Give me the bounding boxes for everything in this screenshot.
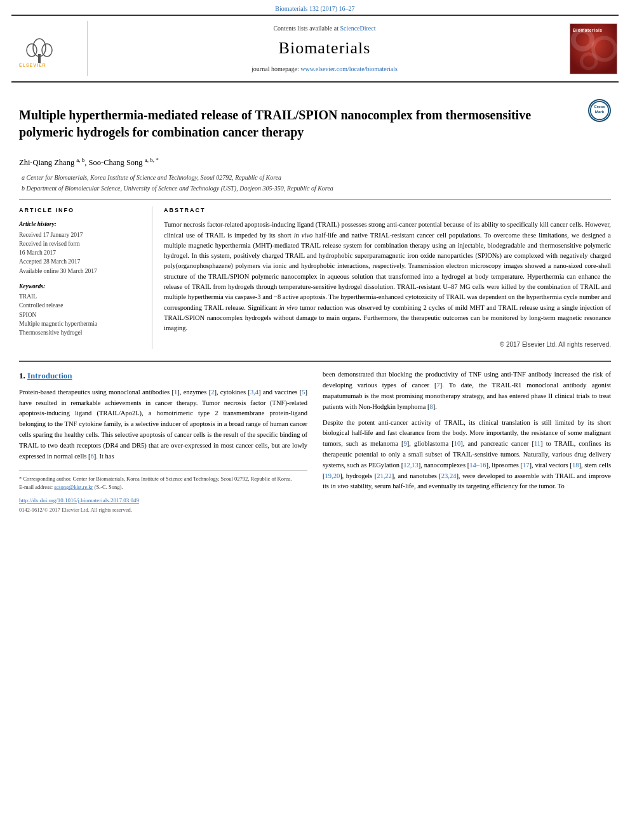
ref-10[interactable]: 10 xyxy=(454,440,461,447)
keywords-list: TRAIL Controlled release SPION Multiple … xyxy=(19,292,140,337)
abstract-heading: ABSTRACT xyxy=(164,206,611,215)
article-info-column: ARTICLE INFO Article history: Received 1… xyxy=(19,206,152,349)
ref-9[interactable]: 9 xyxy=(403,440,406,447)
keyword-3: SPION xyxy=(19,310,140,319)
ref-3[interactable]: 3,4 xyxy=(250,389,258,396)
abstract-text: Tumor necrosis factor-related apoptosis-… xyxy=(164,220,611,333)
svg-point-2 xyxy=(27,44,37,57)
homepage-link[interactable]: www.elsevier.com/locate/biomaterials xyxy=(300,65,398,72)
keyword-4: Multiple magnetic hyperthermia xyxy=(19,319,140,328)
intro-heading: 1. Introduction xyxy=(19,370,307,382)
intro-left-text: Protein-based therapeutics using monoclo… xyxy=(19,387,307,462)
crossmark-icon: Cross Mark xyxy=(588,99,611,122)
article-body: Multiple hyperthermia-mediated release o… xyxy=(0,83,630,527)
svg-rect-0 xyxy=(38,54,41,63)
article-title: Multiple hyperthermia-mediated release o… xyxy=(19,107,580,141)
svg-text:Biomaterials: Biomaterials xyxy=(572,27,602,32)
ref-18[interactable]: 18 xyxy=(572,462,579,469)
info-abstract-section: ARTICLE INFO Article history: Received 1… xyxy=(19,206,611,349)
issn-line: 0142-9612/© 2017 Elsevier Ltd. All right… xyxy=(19,506,307,514)
intro-left-col: 1. Introduction Protein-based therapeuti… xyxy=(19,370,307,514)
affiliation-b: b Department of Biomolecular Science, Un… xyxy=(19,183,611,193)
affiliation-a: a Center for Biomaterials, Korea Institu… xyxy=(19,173,611,182)
introduction-section: 1. Introduction Protein-based therapeuti… xyxy=(19,370,611,514)
sciencedirect-link[interactable]: ScienceDirect xyxy=(340,25,375,32)
available-date: Available online 30 March 2017 xyxy=(19,267,140,276)
journal-cover-area: Biomaterials xyxy=(561,21,619,76)
section-title: Introduction xyxy=(27,371,72,380)
keyword-5: Thermosensitive hydrogel xyxy=(19,328,140,337)
svg-text:ELSEVIER: ELSEVIER xyxy=(19,63,46,67)
ref-7[interactable]: 7 xyxy=(437,382,440,389)
intro-right-text-2: Despite the potent anti-cancer activity … xyxy=(323,418,611,493)
ref-17[interactable]: 17 xyxy=(523,462,530,469)
ref-2[interactable]: 2 xyxy=(211,389,214,396)
keywords-title: Keywords: xyxy=(19,282,140,291)
doi-link[interactable]: http://dx.doi.org/10.1016/j.biomaterials… xyxy=(19,497,139,503)
ref-23[interactable]: 23,24 xyxy=(441,472,457,479)
copyright-line: © 2017 Elsevier Ltd. All rights reserved… xyxy=(164,340,611,349)
ref-21[interactable]: 21,22 xyxy=(377,472,392,479)
authors-line: Zhi-Qiang Zhang a, b, Soo-Chang Song a, … xyxy=(19,156,611,169)
intro-right-col: been demonstrated that blocking the prod… xyxy=(323,370,611,514)
divider-1 xyxy=(19,199,611,200)
footnote-area: * Corresponding author. Center for Bioma… xyxy=(19,470,307,514)
ref-8[interactable]: 8 xyxy=(430,403,433,410)
keyword-2: Controlled release xyxy=(19,301,140,310)
article-history-title: Article history: xyxy=(19,220,140,229)
intro-right-text-1: been demonstrated that blocking the prod… xyxy=(323,370,611,412)
svg-point-1 xyxy=(33,39,46,57)
ref-11[interactable]: 11 xyxy=(534,440,540,447)
journal-citation-text: Biomaterials 132 (2017) 16–27 xyxy=(275,5,354,12)
email-footnote: E-mail address: scsong@kist.re.kr (S.-C.… xyxy=(19,483,307,491)
page-container: Biomaterials 132 (2017) 16–27 ELSEVIER C… xyxy=(0,0,630,527)
ref-14[interactable]: 14–16 xyxy=(469,462,486,469)
ref-6[interactable]: 6 xyxy=(91,453,94,460)
journal-cover-image: Biomaterials xyxy=(570,23,617,74)
corresponding-footnote: * Corresponding author. Center for Bioma… xyxy=(19,475,307,483)
ref-1[interactable]: 1 xyxy=(174,389,177,396)
svg-point-3 xyxy=(42,44,52,57)
ref-19[interactable]: 19,20 xyxy=(325,472,340,479)
keyword-1: TRAIL xyxy=(19,292,140,301)
journal-name-title: Biomaterials xyxy=(279,36,371,60)
email-link[interactable]: scsong@kist.re.kr xyxy=(54,484,93,490)
journal-citation-bar: Biomaterials 132 (2017) 16–27 xyxy=(0,0,630,15)
elsevier-logo-svg: ELSEVIER xyxy=(16,30,76,68)
crossmark-badge: Cross Mark xyxy=(588,99,611,122)
received-revised-label: Received in revised form xyxy=(19,239,140,248)
divider-thick xyxy=(19,361,611,362)
accepted-date: Accepted 28 March 2017 xyxy=(19,257,140,266)
publisher-logo-area: ELSEVIER xyxy=(11,21,88,76)
homepage-line: journal homepage: www.elsevier.com/locat… xyxy=(251,64,398,74)
abstract-column: ABSTRACT Tumor necrosis factor-related a… xyxy=(152,206,611,349)
ref-12[interactable]: 12,13 xyxy=(403,462,419,469)
journal-title-area: Contents lists available at ScienceDirec… xyxy=(88,21,561,76)
contents-line: Contents lists available at ScienceDirec… xyxy=(273,23,375,33)
ref-5[interactable]: 5 xyxy=(302,389,305,396)
svg-text:Mark: Mark xyxy=(595,109,605,114)
svg-text:Cross: Cross xyxy=(594,104,605,109)
received-date: Received 17 January 2017 xyxy=(19,230,140,239)
received-revised-date: 16 March 2017 xyxy=(19,248,140,257)
journal-header: ELSEVIER Contents lists available at Sci… xyxy=(11,15,619,83)
section-number: 1. xyxy=(19,371,27,380)
doi-line[interactable]: http://dx.doi.org/10.1016/j.biomaterials… xyxy=(19,497,307,505)
article-info-heading: ARTICLE INFO xyxy=(19,206,140,215)
